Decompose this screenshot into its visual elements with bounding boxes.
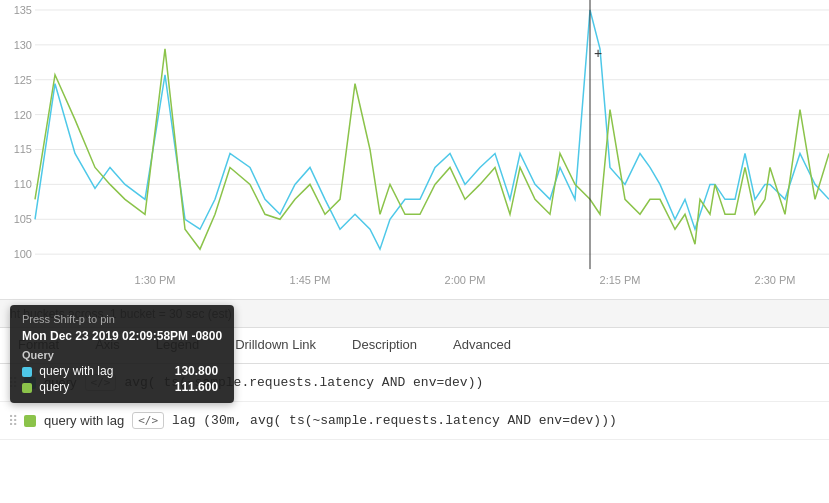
tooltip-series-name: query with lag — [22, 363, 156, 379]
tooltip-row: query with lag 130.800 — [22, 363, 222, 379]
svg-text:2:30 PM: 2:30 PM — [755, 274, 796, 286]
chart-area: 135 130 125 120 115 110 105 100 1:30 PM … — [0, 0, 829, 300]
svg-text:105: 105 — [14, 213, 32, 225]
chart-tooltip: Press Shift-p to pin Mon Dec 23 2019 02:… — [10, 305, 234, 403]
svg-text:135: 135 — [14, 4, 32, 16]
tooltip-col-value — [156, 349, 222, 363]
chart-svg: 135 130 125 120 115 110 105 100 1:30 PM … — [0, 0, 829, 299]
svg-text:130: 130 — [14, 39, 32, 51]
query-expression: lag (30m, avg( ts(~sample.requests.laten… — [172, 413, 821, 428]
svg-text:110: 110 — [14, 178, 32, 190]
tooltip-table: Query query with lag 130.800 query 111.6… — [22, 349, 222, 395]
table-row: ⠿ query with lag </> lag (30m, avg( ts(~… — [0, 402, 829, 440]
tooltip-date: Mon Dec 23 2019 02:09:58PM -0800 — [22, 329, 222, 343]
drag-handle-icon[interactable]: ⠿ — [8, 413, 18, 429]
svg-text:+: + — [594, 45, 602, 61]
tab-description[interactable]: Description — [334, 328, 435, 364]
code-toggle-button[interactable]: </> — [132, 412, 164, 429]
tooltip-hint: Press Shift-p to pin — [22, 313, 222, 325]
tab-advanced[interactable]: Advanced — [435, 328, 529, 364]
tooltip-series-name: query — [22, 379, 156, 395]
svg-text:1:30 PM: 1:30 PM — [135, 274, 176, 286]
svg-text:125: 125 — [14, 74, 32, 86]
svg-text:1:45 PM: 1:45 PM — [290, 274, 331, 286]
tooltip-value: 111.600 — [156, 379, 222, 395]
tooltip-row: query 111.600 — [22, 379, 222, 395]
query-color-dot — [24, 415, 36, 427]
tooltip-dot-blue — [22, 367, 32, 377]
svg-text:115: 115 — [14, 144, 32, 156]
tooltip-value: 130.800 — [156, 363, 222, 379]
svg-text:100: 100 — [14, 248, 32, 260]
tooltip-col-query: Query — [22, 349, 156, 363]
query-name: query with lag — [44, 413, 124, 428]
svg-text:2:15 PM: 2:15 PM — [600, 274, 641, 286]
tab-drilldown[interactable]: Drilldown Link — [217, 328, 334, 364]
svg-text:120: 120 — [14, 109, 32, 121]
svg-text:2:00 PM: 2:00 PM — [445, 274, 486, 286]
tooltip-dot-green — [22, 383, 32, 393]
